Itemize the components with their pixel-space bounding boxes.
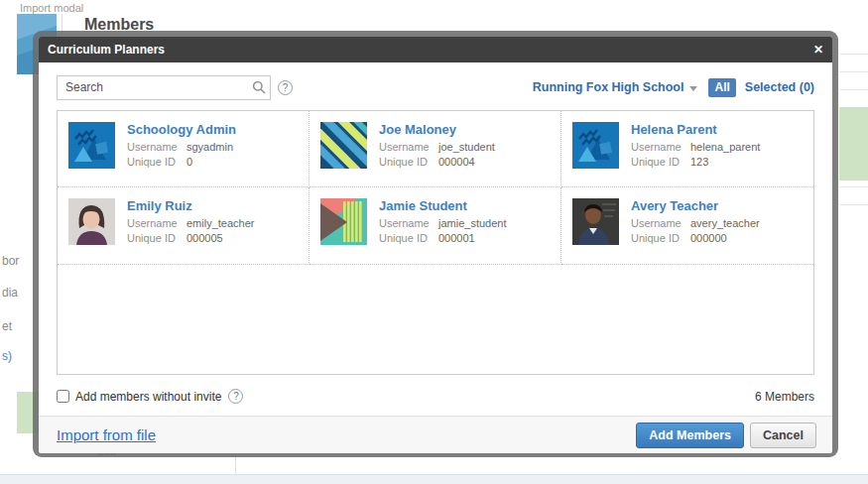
clipped-text-fragment: bor xyxy=(2,254,19,268)
member-info: Jamie Student Usernamejamie_student Uniq… xyxy=(379,198,553,246)
member-card-helena-parent[interactable]: Helena Parent Usernamehelena_parent Uniq… xyxy=(561,111,813,187)
member-name: Schoology Admin xyxy=(127,122,301,137)
clipped-text-fragment: et xyxy=(2,319,12,333)
chevron-down-icon[interactable] xyxy=(689,86,697,91)
username-value: avery_teacher xyxy=(690,217,760,229)
member-card-avery-teacher[interactable]: Avery Teacher Usernameavery_teacher Uniq… xyxy=(561,187,813,265)
cancel-button[interactable]: Cancel xyxy=(750,423,816,448)
member-name: Avery Teacher xyxy=(631,198,806,213)
member-uniqueid-row: Unique ID000004 xyxy=(379,155,553,170)
search-field-wrap xyxy=(57,75,271,100)
member-uniqueid-row: Unique ID000005 xyxy=(127,231,301,246)
schoology-logo-avatar xyxy=(572,122,619,169)
unique-id-label: Unique ID xyxy=(631,155,690,170)
member-info: Joe Maloney Usernamejoe_student Unique I… xyxy=(379,122,553,170)
selected-filter-link[interactable]: Selected (0) xyxy=(745,80,814,94)
member-card-emily-ruiz[interactable]: Emily Ruiz Usernameemily_teacher Unique … xyxy=(58,187,310,265)
username-label: Username xyxy=(631,216,690,231)
import-from-file-link[interactable]: Import from file xyxy=(57,426,156,443)
modal-title: Curriculum Planners xyxy=(48,43,165,57)
search-row: ? Running Fox High School All Selected (… xyxy=(57,74,814,100)
unique-id-value: 000001 xyxy=(438,232,475,244)
highlighted-row xyxy=(839,107,868,181)
close-icon[interactable]: ✕ xyxy=(813,37,823,62)
username-label: Username xyxy=(127,216,186,231)
member-username-row: Usernameemily_teacher xyxy=(127,216,301,231)
modal-body: ? Running Fox High School All Selected (… xyxy=(39,62,832,404)
background-table-rows xyxy=(839,0,868,484)
stripes-avatar xyxy=(320,122,367,169)
clipped-text-fragment: dia xyxy=(2,286,18,300)
member-uniqueid-row: Unique ID000001 xyxy=(379,231,553,246)
unique-id-value: 000005 xyxy=(186,232,223,244)
unique-id-value: 123 xyxy=(690,156,708,168)
member-uniqueid-row: Unique ID000000 xyxy=(631,231,806,246)
member-uniqueid-row: Unique ID0 xyxy=(127,155,301,170)
modal-header: Curriculum Planners ✕ xyxy=(39,37,832,62)
import-modal-label: Import modal xyxy=(20,2,83,14)
member-username-row: Usernamehelena_parent xyxy=(631,140,806,155)
member-username-row: Usernamejamie_student xyxy=(379,216,553,231)
unique-id-value: 000004 xyxy=(438,156,475,168)
clipped-link-fragment: s) xyxy=(2,349,12,363)
member-info: Schoology Admin Usernamesgyadmin Unique … xyxy=(127,122,301,170)
member-username-row: Usernameavery_teacher xyxy=(631,216,806,231)
search-input[interactable] xyxy=(58,76,248,99)
background-bottom-bar xyxy=(0,474,868,484)
username-label: Username xyxy=(127,140,186,155)
username-label: Username xyxy=(379,140,438,155)
member-card-joe-maloney[interactable]: Joe Maloney Usernamejoe_student Unique I… xyxy=(310,111,561,187)
modal-footer: Import from file Add Members Cancel xyxy=(39,416,832,453)
members-list: Schoology Admin Usernamesgyadmin Unique … xyxy=(57,110,814,375)
member-info: Emily Ruiz Usernameemily_teacher Unique … xyxy=(127,198,301,246)
modal-shadow: Curriculum Planners ✕ ? Running Fox High xyxy=(33,31,838,457)
member-info: Helena Parent Usernamehelena_parent Uniq… xyxy=(631,122,806,170)
unique-id-label: Unique ID xyxy=(127,231,186,246)
schoology-logo-avatar xyxy=(68,122,115,169)
member-username-row: Usernamesgyadmin xyxy=(127,140,301,155)
unique-id-label: Unique ID xyxy=(127,155,186,170)
unique-id-label: Unique ID xyxy=(379,155,438,170)
unique-id-label: Unique ID xyxy=(379,231,438,246)
all-filter-button[interactable]: All xyxy=(708,78,735,97)
username-value: emily_teacher xyxy=(186,217,254,229)
search-help-icon[interactable]: ? xyxy=(278,80,293,95)
add-without-invite-label: Add members without invite xyxy=(75,390,221,404)
unique-id-value: 0 xyxy=(186,156,192,168)
curriculum-planners-modal: Curriculum Planners ✕ ? Running Fox High xyxy=(39,37,832,451)
member-info: Avery Teacher Usernameavery_teacher Uniq… xyxy=(631,198,806,246)
username-label: Username xyxy=(379,216,438,231)
footer-buttons: Add Members Cancel xyxy=(636,423,816,448)
profile-photo-avatar xyxy=(68,198,115,245)
member-card-schoology-admin[interactable]: Schoology Admin Usernamesgyadmin Unique … xyxy=(58,111,310,187)
search-icon[interactable] xyxy=(248,80,270,94)
member-name: Joe Maloney xyxy=(379,122,553,137)
unique-id-label: Unique ID xyxy=(631,231,690,246)
options-row: Add members without invite ? 6 Members xyxy=(57,389,814,404)
username-label: Username xyxy=(631,140,690,155)
geometric-avatar xyxy=(320,198,367,245)
add-members-button[interactable]: Add Members xyxy=(636,423,744,448)
member-name: Jamie Student xyxy=(379,198,553,213)
username-value: jamie_student xyxy=(438,217,507,229)
member-username-row: Usernamejoe_student xyxy=(379,140,553,155)
profile-photo-avatar xyxy=(572,198,619,245)
invite-help-icon[interactable]: ? xyxy=(228,389,243,404)
member-count: 6 Members xyxy=(755,390,814,404)
member-name: Helena Parent xyxy=(631,122,806,137)
add-without-invite-checkbox[interactable] xyxy=(57,390,69,403)
school-selector[interactable]: Running Fox High School xyxy=(533,80,684,94)
username-value: joe_student xyxy=(438,141,495,153)
username-value: sgyadmin xyxy=(186,141,233,153)
username-value: helena_parent xyxy=(690,141,760,153)
member-name: Emily Ruiz xyxy=(127,198,301,213)
filter-controls: Running Fox High School All Selected (0) xyxy=(533,78,814,97)
member-uniqueid-row: Unique ID123 xyxy=(631,155,806,170)
unique-id-value: 000000 xyxy=(690,232,727,244)
member-card-jamie-student[interactable]: Jamie Student Usernamejamie_student Uniq… xyxy=(310,187,561,265)
